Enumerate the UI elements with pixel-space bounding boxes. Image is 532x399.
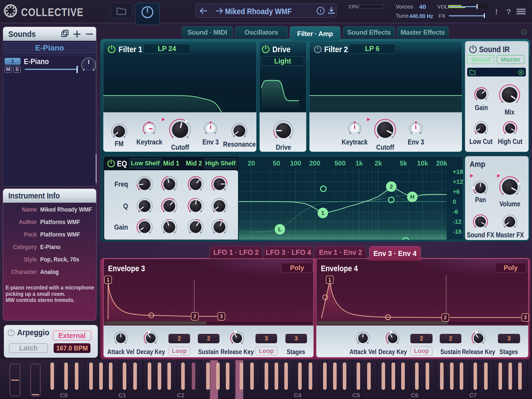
svg-text:+6: +6 (453, 188, 460, 195)
svg-text:2: 2 (390, 183, 393, 190)
svg-text:20k: 20k (436, 159, 447, 167)
svg-text:i: i (320, 8, 321, 14)
svg-text:5k: 5k (400, 159, 407, 167)
svg-text:L: L (278, 226, 282, 232)
svg-text:+18: +18 (453, 168, 463, 175)
svg-text:200: 200 (309, 159, 320, 167)
svg-text:-18: -18 (453, 228, 462, 235)
svg-text:0: 0 (453, 198, 456, 205)
svg-text:+12: +12 (453, 178, 463, 185)
svg-text:50: 50 (273, 159, 280, 167)
svg-text:-6: -6 (453, 208, 458, 215)
svg-text:-12: -12 (453, 218, 462, 225)
svg-text:10k: 10k (417, 159, 428, 167)
svg-text:100: 100 (290, 159, 301, 167)
svg-text:2k: 2k (375, 159, 382, 167)
svg-text:1: 1 (321, 210, 324, 216)
svg-text:20: 20 (248, 159, 255, 167)
svg-text:500: 500 (334, 159, 346, 167)
svg-text:H: H (410, 194, 414, 200)
svg-text:1k: 1k (355, 159, 363, 167)
